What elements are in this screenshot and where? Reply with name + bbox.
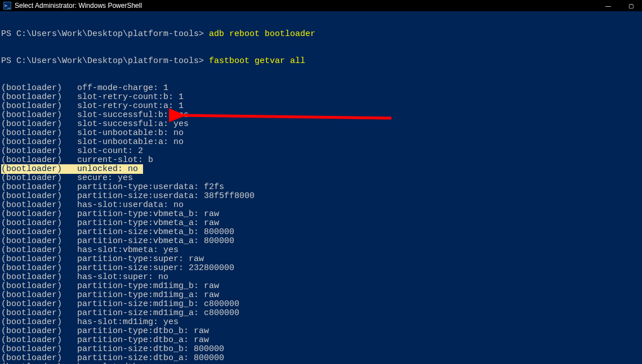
highlighted-line: (bootloader) unlocked: no <box>1 164 143 174</box>
output-line: (bootloader) has-slot:vbmeta: yes <box>1 246 641 255</box>
prompt-line-2: PS C:\Users\Work\Desktop\platform-tools>… <box>1 57 641 66</box>
output-line: (bootloader) partition-size:dtbo_a: 8000… <box>1 354 641 363</box>
powershell-icon-glyph: >_ <box>5 3 11 8</box>
output-line: (bootloader) partition-size:md1img_b: c8… <box>1 300 641 309</box>
prompt-1: PS C:\Users\Work\Desktop\platform-tools> <box>1 29 209 39</box>
output-line: (bootloader) slot-count: 2 <box>1 147 641 156</box>
prompt-line-1: PS C:\Users\Work\Desktop\platform-tools>… <box>1 30 641 39</box>
output-line: (bootloader) slot-retry-count:b: 1 <box>1 93 641 102</box>
output-line: (bootloader) partition-size:md1img_a: c8… <box>1 309 641 318</box>
terminal-output[interactable]: PS C:\Users\Work\Desktop\platform-tools>… <box>0 11 642 364</box>
output-line: (bootloader) has-slot:super: no <box>1 273 641 282</box>
output-line: (bootloader) slot-unbootable:b: no <box>1 129 641 138</box>
output-line: (bootloader) partition-type:vbmeta_b: ra… <box>1 210 641 219</box>
output-line: (bootloader) partition-type:vbmeta_a: ra… <box>1 219 641 228</box>
output-line: (bootloader) slot-retry-count:a: 1 <box>1 102 641 111</box>
output-line: (bootloader) partition-type:md1img_b: ra… <box>1 282 641 291</box>
output-line: (bootloader) secure: yes <box>1 174 641 183</box>
powershell-icon: >_ <box>3 2 11 10</box>
output-lines: (bootloader) off-mode-charge: 1(bootload… <box>1 84 641 364</box>
output-line: (bootloader) partition-size:vbmeta_a: 80… <box>1 237 641 246</box>
output-line: (bootloader) partition-size:dtbo_b: 8000… <box>1 345 641 354</box>
output-line: (bootloader) partition-type:dtbo_b: raw <box>1 327 641 336</box>
output-line: (bootloader) unlocked: no <box>1 165 641 174</box>
command-2: fastboot getvar all <box>209 56 305 66</box>
output-line: (bootloader) slot-successful:b: yes <box>1 111 641 120</box>
minimize-button[interactable]: — <box>597 0 619 11</box>
window-title: Select Administrator: Windows PowerShell <box>15 2 142 10</box>
output-line: (bootloader) current-slot: b <box>1 156 641 165</box>
output-line: (bootloader) partition-size:userdata: 38… <box>1 192 641 201</box>
output-line: (bootloader) has-slot:userdata: no <box>1 201 641 210</box>
output-line: (bootloader) has-slot:md1img: yes <box>1 318 641 327</box>
output-line: (bootloader) partition-type:super: raw <box>1 255 641 264</box>
output-line: (bootloader) off-mode-charge: 1 <box>1 84 641 93</box>
output-line: (bootloader) partition-type:md1img_a: ra… <box>1 291 641 300</box>
output-line: (bootloader) slot-successful:a: yes <box>1 120 641 129</box>
command-1: adb reboot bootloader <box>209 29 315 39</box>
window-controls: — ▢ <box>597 0 642 11</box>
output-line: (bootloader) partition-type:dtbo_a: raw <box>1 336 641 345</box>
output-line: (bootloader) slot-unbootable:a: no <box>1 138 641 147</box>
output-line: (bootloader) partition-size:super: 23280… <box>1 264 641 273</box>
maximize-button[interactable]: ▢ <box>619 0 642 11</box>
titlebar[interactable]: >_ Select Administrator: Windows PowerSh… <box>0 0 642 11</box>
prompt-2: PS C:\Users\Work\Desktop\platform-tools> <box>1 56 209 66</box>
output-line: (bootloader) partition-type:userdata: f2… <box>1 183 641 192</box>
output-line: (bootloader) partition-size:vbmeta_b: 80… <box>1 228 641 237</box>
